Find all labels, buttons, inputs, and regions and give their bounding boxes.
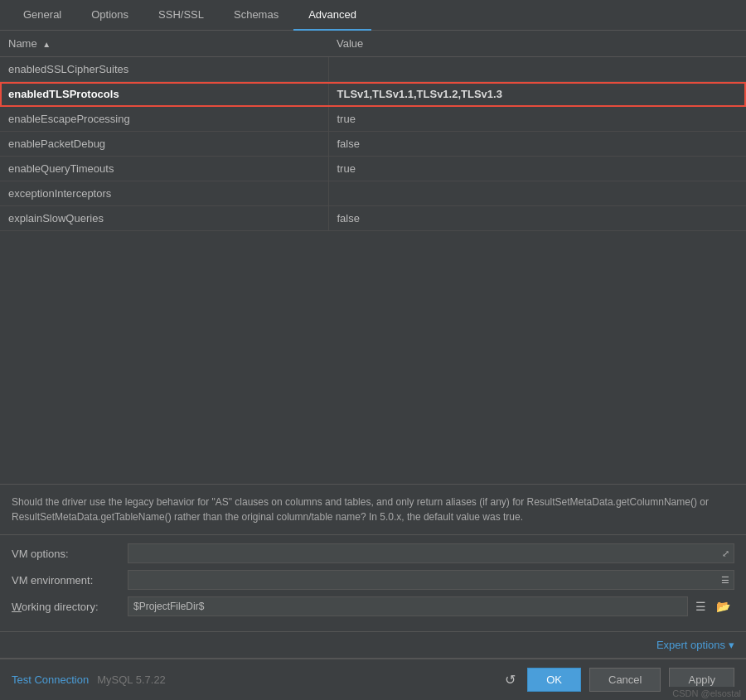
working-directory-file-button[interactable]: ☰ (691, 599, 710, 614)
working-directory-row: Working directory: ☰ 📂 (12, 596, 734, 616)
property-name: enabledSSLCipherSuites (0, 57, 328, 82)
table-row[interactable]: enabledSSLCipherSuites (0, 57, 746, 82)
vm-environment-label: VM environment: (12, 574, 128, 587)
property-value (328, 57, 746, 82)
expert-options-area: Expert options ▾ (0, 632, 746, 659)
working-directory-input[interactable] (128, 596, 688, 616)
property-name: enableEscapeProcessing (0, 107, 328, 132)
tab-general[interactable]: General (8, 0, 76, 31)
property-value: TLSv1,TLSv1.1,TLSv1.2,TLSv1.3 (328, 82, 746, 107)
property-value: true (328, 107, 746, 132)
property-table: Name ▲ Value enabledSSLCipherSuitesenabl… (0, 31, 746, 231)
vm-environment-expand-button[interactable]: ☰ (718, 573, 733, 587)
tab-advanced[interactable]: Advanced (293, 0, 371, 31)
cancel-button[interactable]: Cancel (589, 668, 661, 692)
tab-sshssl[interactable]: SSH/SSL (143, 0, 219, 31)
apply-button[interactable]: Apply (669, 668, 734, 692)
table-row[interactable]: enableEscapeProcessingtrue (0, 107, 746, 132)
property-table-container[interactable]: Name ▲ Value enabledSSLCipherSuitesenabl… (0, 31, 746, 485)
table-row[interactable]: enablePacketDebugfalse (0, 132, 746, 157)
property-name: enablePacketDebug (0, 132, 328, 157)
property-name: enabledTLSProtocols (0, 82, 328, 107)
mysql-version-label: MySQL 5.7.22 (97, 673, 166, 686)
expert-options-label: Expert options (656, 639, 725, 651)
vm-options-row: VM options: ⤢ (12, 543, 734, 563)
property-value: false (328, 206, 746, 231)
property-description: Should the driver use the legacy behavio… (0, 485, 746, 535)
vm-options-label: VM options: (12, 548, 128, 560)
vm-environment-input[interactable] (128, 570, 734, 590)
tab-schemas[interactable]: Schemas (219, 0, 293, 31)
property-name: explainSlowQueries (0, 206, 328, 231)
col-value-header[interactable]: Value (328, 31, 746, 57)
test-connection-link[interactable]: Test Connection (12, 673, 89, 686)
working-directory-label: Working directory: (12, 601, 128, 613)
vm-options-input-wrap: ⤢ (128, 543, 734, 563)
vm-area: VM options: ⤢ VM environment: ☰ Working … (0, 535, 746, 632)
content-area: Name ▲ Value enabledSSLCipherSuitesenabl… (0, 31, 746, 700)
ok-button[interactable]: OK (527, 668, 581, 692)
property-value (328, 181, 746, 206)
table-row[interactable]: enabledTLSProtocolsTLSv1,TLSv1.1,TLSv1.2… (0, 82, 746, 107)
col-name-header[interactable]: Name ▲ (0, 31, 328, 57)
table-row[interactable]: enableQueryTimeoutstrue (0, 157, 746, 181)
vm-options-expand-button[interactable]: ⤢ (719, 547, 733, 561)
property-name: enableQueryTimeouts (0, 157, 328, 181)
tab-options[interactable]: Options (76, 0, 143, 31)
chevron-down-icon: ▾ (729, 639, 734, 651)
dialog: General Options SSH/SSL Schemas Advanced… (0, 0, 746, 700)
working-directory-icons: ☰ 📂 (691, 599, 734, 614)
table-row[interactable]: exceptionInterceptors (0, 181, 746, 206)
expert-options-link[interactable]: Expert options ▾ (656, 639, 734, 651)
vm-environment-row: VM environment: ☰ (12, 570, 734, 590)
reset-button[interactable]: ↺ (505, 672, 516, 688)
vm-options-input[interactable] (128, 543, 734, 563)
property-value: true (328, 157, 746, 181)
property-name: exceptionInterceptors (0, 181, 328, 206)
tab-bar: General Options SSH/SSL Schemas Advanced (0, 0, 746, 31)
working-directory-folder-button[interactable]: 📂 (712, 599, 734, 614)
footer: Test Connection MySQL 5.7.22 ↺ OK Cancel… (0, 659, 746, 700)
table-row[interactable]: explainSlowQueriesfalse (0, 206, 746, 231)
vm-environment-input-wrap: ☰ (128, 570, 734, 590)
property-value: false (328, 132, 746, 157)
